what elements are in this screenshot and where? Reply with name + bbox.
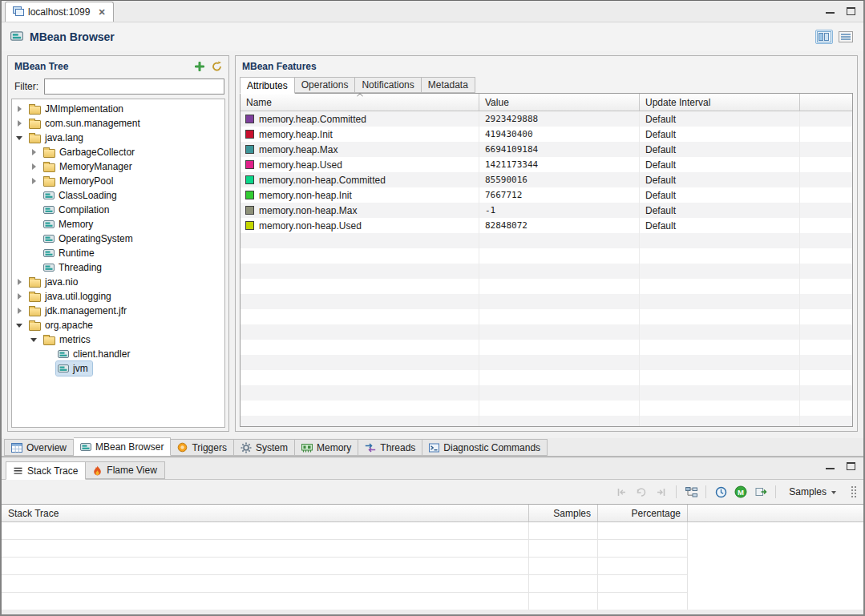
tab-metadata[interactable]: Metadata: [422, 77, 475, 93]
layout-columns-toggle[interactable]: [815, 30, 833, 44]
mbean-browser-icon: [10, 30, 23, 44]
attribute-row[interactable]: memory.non-heap.Max-1Default: [241, 203, 852, 218]
tree-item-org-apache[interactable]: org.apache: [12, 318, 224, 332]
folder-icon: [43, 149, 55, 158]
attribute-row[interactable]: memory.non-heap.Used82848072Default: [241, 218, 852, 233]
attribute-row[interactable]: memory.non-heap.Init7667712Default: [241, 187, 852, 203]
tree-item-jvm[interactable]: jvm: [12, 361, 224, 376]
tree-item-runtime[interactable]: Runtime: [12, 246, 224, 260]
column-header-percentage[interactable]: Percentage: [598, 505, 688, 521]
attribute-row[interactable]: memory.heap.Used1421173344Default: [241, 157, 852, 172]
navigate-back-icon[interactable]: [634, 484, 649, 500]
mbean-tree[interactable]: JMImplementationcom.sun.managementjava.l…: [11, 99, 225, 428]
view-tab-overview[interactable]: Overview: [4, 439, 74, 456]
tree-item-jmimplementation[interactable]: JMImplementation: [12, 102, 224, 116]
tree-item-compilation[interactable]: Compilation: [12, 203, 224, 217]
attribute-value-cell: [479, 309, 640, 324]
refresh-icon[interactable]: [212, 61, 222, 71]
add-mbean-icon[interactable]: [195, 62, 204, 71]
column-header-name[interactable]: Name: [241, 94, 479, 111]
attribute-value-cell: [479, 233, 640, 248]
tree-expand-icon[interactable]: [15, 277, 25, 287]
attribute-empty-cell: [800, 294, 852, 309]
attribute-update-interval-cell: Default: [640, 187, 800, 203]
navigate-next-frame-icon[interactable]: [654, 484, 669, 500]
tree-item-jdk-management-jfr[interactable]: jdk.management.jfr: [12, 304, 224, 318]
tree-item-com-sun-management[interactable]: com.sun.management: [12, 116, 224, 131]
tree-expand-icon[interactable]: [30, 147, 39, 157]
attribute-empty-cell: [800, 385, 852, 401]
tree-item-garbagecollector[interactable]: GarbageCollector: [12, 145, 224, 159]
panel-tab-stack-trace[interactable]: Stack Trace: [6, 461, 86, 480]
connection-tab[interactable]: localhost:1099 ✕: [5, 2, 114, 22]
view-tab-threads[interactable]: Threads: [358, 439, 422, 456]
view-tab-memory[interactable]: Memory: [295, 439, 358, 456]
method-profiling-icon[interactable]: M: [734, 484, 748, 500]
header-actions: [815, 30, 855, 44]
tree-item-client-handler[interactable]: client.handler: [12, 347, 224, 361]
chevron-down-icon: [831, 491, 836, 494]
view-tab-label: Memory: [317, 442, 351, 453]
panel-tab-flame-view[interactable]: Flame View: [86, 461, 164, 479]
view-tab-diagnostic-commands[interactable]: Diagnostic Commands: [422, 439, 548, 456]
column-header-samples[interactable]: Samples: [529, 505, 598, 521]
tree-expand-icon[interactable]: [15, 320, 25, 330]
tree-view-icon[interactable]: [684, 484, 698, 500]
tree-item-java-nio[interactable]: java.nio: [12, 275, 224, 289]
filter-input[interactable]: [44, 79, 224, 95]
tree-expand-icon[interactable]: [15, 306, 25, 316]
tree-item-java-lang[interactable]: java.lang: [12, 131, 224, 145]
samples-dropdown[interactable]: Samples: [783, 485, 842, 499]
tab-operations[interactable]: Operations: [295, 77, 356, 93]
attribute-empty-cell: [800, 370, 852, 385]
tree-item-memorymanager[interactable]: MemoryManager: [12, 159, 224, 174]
stacktrace-icon: [14, 467, 22, 475]
open-in-new-page-icon[interactable]: [754, 484, 768, 500]
attribute-value-cell: 85590016: [479, 172, 640, 187]
attribute-row[interactable]: memory.heap.Init419430400Default: [241, 127, 852, 142]
view-menu-icon[interactable]: [850, 485, 858, 498]
tree-expand-icon[interactable]: [15, 104, 25, 114]
tree-expand-icon[interactable]: [15, 292, 25, 301]
tree-expand-icon[interactable]: [30, 162, 39, 171]
time-range-icon[interactable]: [713, 484, 728, 500]
tab-notifications[interactable]: Notifications: [355, 77, 421, 93]
attribute-row-empty: [241, 248, 852, 264]
panel-minimize-icon[interactable]: [826, 462, 835, 471]
tree-item-java-util-logging[interactable]: java.util.logging: [12, 289, 224, 304]
minimize-icon[interactable]: [826, 6, 835, 15]
close-icon[interactable]: ✕: [98, 7, 105, 18]
view-tab-label: Diagnostic Commands: [443, 442, 540, 453]
tree-expand-icon[interactable]: [15, 133, 25, 143]
tree-item-operatingsystem[interactable]: OperatingSystem: [12, 232, 224, 246]
column-header-value[interactable]: Value: [479, 94, 640, 111]
view-tab-triggers[interactable]: Triggers: [171, 439, 234, 456]
attribute-empty-cell: [800, 248, 852, 264]
attribute-row[interactable]: memory.heap.Committed2923429888Default: [241, 111, 852, 127]
attribute-row[interactable]: memory.heap.Max6694109184Default: [241, 142, 852, 157]
navigate-previous-frame-icon[interactable]: [614, 484, 629, 500]
folder-icon: [29, 106, 41, 115]
column-header-update-interval[interactable]: Update Interval: [640, 94, 800, 111]
stack-trace-cell: [598, 540, 688, 558]
tree-item-memory[interactable]: Memory: [12, 217, 224, 232]
view-tab-system[interactable]: System: [234, 439, 295, 456]
column-header-stack-trace[interactable]: Stack Trace: [2, 505, 529, 521]
tree-expand-icon[interactable]: [15, 119, 25, 128]
attribute-row[interactable]: memory.non-heap.Committed85590016Default: [241, 172, 852, 187]
view-tab-mbean-browser[interactable]: MBean Browser: [74, 437, 171, 456]
tab-attributes[interactable]: Attributes: [240, 77, 295, 94]
panel-maximize-icon[interactable]: [847, 462, 855, 470]
tree-item-memorypool[interactable]: MemoryPool: [12, 174, 224, 188]
layout-list-toggle[interactable]: [837, 30, 855, 44]
maximize-icon[interactable]: [847, 7, 855, 15]
tree-item-metrics[interactable]: metrics: [12, 332, 224, 347]
stack-trace-cell: [529, 575, 598, 593]
stack-trace-cell: [2, 558, 529, 575]
tree-expand-icon[interactable]: [30, 335, 39, 344]
tree-item-classloading[interactable]: ClassLoading: [12, 188, 224, 203]
attribute-value-cell: 419430400: [479, 127, 640, 142]
tree-expand-icon[interactable]: [30, 176, 39, 186]
tree-item-threading[interactable]: Threading: [12, 260, 224, 275]
tree-item-content: JMImplementation: [27, 102, 127, 116]
